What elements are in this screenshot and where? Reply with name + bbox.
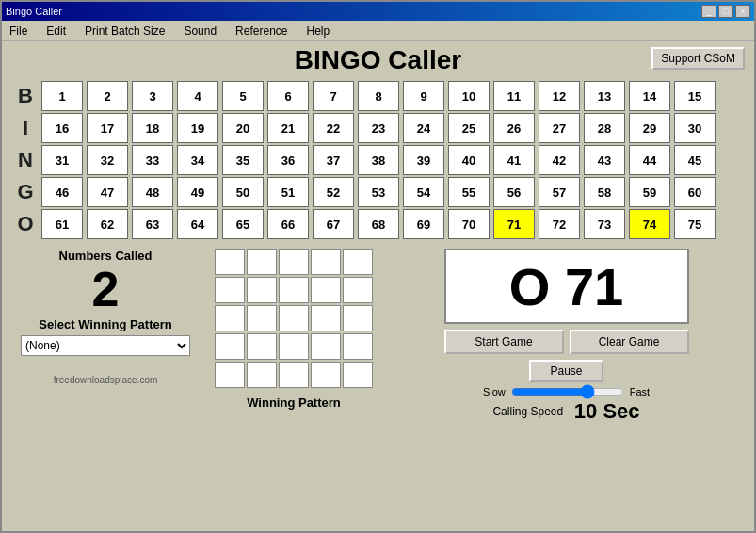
- pattern-cell-16[interactable]: [247, 333, 277, 360]
- bingo-cell-73[interactable]: 73: [584, 209, 625, 239]
- menu-file[interactable]: File: [6, 23, 31, 40]
- bingo-cell-56[interactable]: 56: [493, 177, 535, 207]
- bingo-cell-47[interactable]: 47: [87, 177, 128, 207]
- pattern-cell-8[interactable]: [311, 277, 341, 303]
- maximize-button[interactable]: □: [718, 5, 733, 18]
- pattern-cell-23[interactable]: [311, 362, 341, 388]
- bingo-cell-75[interactable]: 75: [674, 209, 716, 239]
- bingo-cell-14[interactable]: 14: [629, 81, 670, 111]
- bingo-cell-27[interactable]: 27: [539, 113, 580, 143]
- bingo-cell-11[interactable]: 11: [493, 81, 535, 111]
- pattern-cell-14[interactable]: [343, 305, 373, 331]
- bingo-cell-34[interactable]: 34: [177, 145, 218, 175]
- pattern-cell-7[interactable]: [279, 277, 309, 303]
- bingo-cell-10[interactable]: 10: [448, 81, 490, 111]
- bingo-cell-32[interactable]: 32: [87, 145, 128, 175]
- bingo-cell-33[interactable]: 33: [132, 145, 173, 175]
- bingo-cell-72[interactable]: 72: [539, 209, 580, 239]
- bingo-cell-68[interactable]: 68: [358, 209, 399, 239]
- bingo-cell-30[interactable]: 30: [674, 113, 716, 143]
- bingo-cell-37[interactable]: 37: [313, 145, 354, 175]
- bingo-cell-43[interactable]: 43: [584, 145, 625, 175]
- bingo-cell-60[interactable]: 60: [674, 177, 716, 207]
- pattern-cell-21[interactable]: [247, 362, 277, 388]
- bingo-cell-55[interactable]: 55: [448, 177, 490, 207]
- bingo-cell-45[interactable]: 45: [674, 145, 716, 175]
- pattern-cell-20[interactable]: [215, 362, 245, 388]
- bingo-cell-69[interactable]: 69: [403, 209, 444, 239]
- bingo-cell-64[interactable]: 64: [177, 209, 218, 239]
- pattern-cell-13[interactable]: [311, 305, 341, 331]
- bingo-cell-63[interactable]: 63: [132, 209, 173, 239]
- bingo-cell-53[interactable]: 53: [358, 177, 399, 207]
- pattern-cell-3[interactable]: [311, 249, 341, 275]
- bingo-cell-28[interactable]: 28: [584, 113, 625, 143]
- bingo-cell-25[interactable]: 25: [448, 113, 490, 143]
- bingo-cell-44[interactable]: 44: [629, 145, 670, 175]
- bingo-cell-42[interactable]: 42: [539, 145, 580, 175]
- pattern-select[interactable]: (None)Full CardFour CornersT-PatternL-Pa…: [21, 335, 190, 356]
- pattern-cell-4[interactable]: [343, 249, 373, 275]
- pattern-cell-6[interactable]: [247, 277, 277, 303]
- close-button[interactable]: ×: [735, 5, 750, 18]
- pattern-cell-18[interactable]: [311, 333, 341, 360]
- pattern-cell-24[interactable]: [343, 362, 373, 388]
- bingo-cell-1[interactable]: 1: [41, 81, 83, 111]
- bingo-cell-12[interactable]: 12: [539, 81, 580, 111]
- bingo-cell-62[interactable]: 62: [87, 209, 128, 239]
- bingo-cell-4[interactable]: 4: [177, 81, 218, 111]
- bingo-cell-58[interactable]: 58: [584, 177, 625, 207]
- pattern-cell-19[interactable]: [343, 333, 373, 360]
- bingo-cell-66[interactable]: 66: [267, 209, 309, 239]
- bingo-cell-15[interactable]: 15: [674, 81, 716, 111]
- bingo-cell-50[interactable]: 50: [222, 177, 264, 207]
- start-game-button[interactable]: Start Game: [444, 330, 564, 354]
- bingo-cell-49[interactable]: 49: [177, 177, 218, 207]
- bingo-cell-18[interactable]: 18: [132, 113, 173, 143]
- speed-slider[interactable]: [511, 384, 624, 399]
- support-button[interactable]: Support CSoM: [651, 47, 745, 70]
- bingo-cell-26[interactable]: 26: [493, 113, 535, 143]
- bingo-cell-38[interactable]: 38: [358, 145, 399, 175]
- bingo-cell-7[interactable]: 7: [313, 81, 354, 111]
- bingo-cell-20[interactable]: 20: [222, 113, 264, 143]
- bingo-cell-52[interactable]: 52: [313, 177, 354, 207]
- bingo-cell-8[interactable]: 8: [358, 81, 399, 111]
- bingo-cell-41[interactable]: 41: [493, 145, 535, 175]
- bingo-cell-6[interactable]: 6: [267, 81, 309, 111]
- bingo-cell-48[interactable]: 48: [132, 177, 173, 207]
- bingo-cell-51[interactable]: 51: [267, 177, 309, 207]
- bingo-cell-19[interactable]: 19: [177, 113, 218, 143]
- pattern-cell-5[interactable]: [215, 277, 245, 303]
- bingo-cell-61[interactable]: 61: [41, 209, 83, 239]
- bingo-cell-9[interactable]: 9: [403, 81, 444, 111]
- menu-print-batch-size[interactable]: Print Batch Size: [81, 23, 169, 40]
- pattern-cell-22[interactable]: [279, 362, 309, 388]
- bingo-cell-67[interactable]: 67: [313, 209, 354, 239]
- pattern-cell-17[interactable]: [279, 333, 309, 360]
- bingo-cell-74[interactable]: 74: [629, 209, 670, 239]
- bingo-cell-71[interactable]: 71: [493, 209, 535, 239]
- pattern-cell-9[interactable]: [343, 277, 373, 303]
- bingo-cell-5[interactable]: 5: [222, 81, 264, 111]
- bingo-cell-29[interactable]: 29: [629, 113, 670, 143]
- bingo-cell-22[interactable]: 22: [313, 113, 354, 143]
- bingo-cell-13[interactable]: 13: [584, 81, 625, 111]
- bingo-cell-3[interactable]: 3: [132, 81, 173, 111]
- bingo-cell-46[interactable]: 46: [41, 177, 83, 207]
- bingo-cell-21[interactable]: 21: [267, 113, 309, 143]
- clear-game-button[interactable]: Clear Game: [570, 330, 689, 354]
- bingo-cell-59[interactable]: 59: [629, 177, 670, 207]
- bingo-cell-24[interactable]: 24: [403, 113, 444, 143]
- bingo-cell-40[interactable]: 40: [448, 145, 490, 175]
- menu-edit[interactable]: Edit: [42, 23, 70, 40]
- menu-sound[interactable]: Sound: [180, 23, 220, 40]
- minimize-button[interactable]: _: [701, 5, 716, 18]
- bingo-cell-23[interactable]: 23: [358, 113, 399, 143]
- bingo-cell-16[interactable]: 16: [41, 113, 83, 143]
- bingo-cell-65[interactable]: 65: [222, 209, 264, 239]
- menu-reference[interactable]: Reference: [232, 23, 291, 40]
- bingo-cell-36[interactable]: 36: [267, 145, 309, 175]
- pattern-cell-0[interactable]: [215, 249, 245, 275]
- bingo-cell-2[interactable]: 2: [87, 81, 128, 111]
